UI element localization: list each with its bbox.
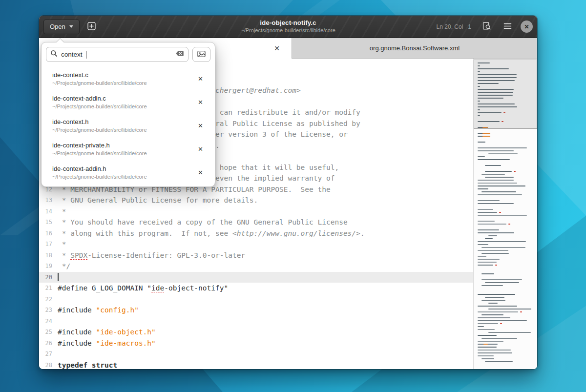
minimap-line xyxy=(478,352,512,353)
recent-file-item[interactable]: ide-context.c~/Projects/gnome-builder/sr… xyxy=(46,67,210,90)
minimap-line xyxy=(485,238,493,239)
minimap-line xyxy=(478,200,500,201)
minimap-line xyxy=(478,209,493,210)
popover-search-row: context xyxy=(46,47,210,62)
editor-caret xyxy=(58,273,59,281)
minimap-line xyxy=(500,323,502,324)
line-number: 19 xyxy=(39,263,58,269)
minimap-line xyxy=(478,194,522,195)
remove-recent-icon[interactable]: ✕ xyxy=(194,97,207,107)
minimap-line xyxy=(481,338,517,339)
minimap-line xyxy=(481,300,505,301)
minimap-line xyxy=(478,350,511,351)
code-text: * You should have received a copy of the… xyxy=(58,218,348,226)
minimap-line xyxy=(478,224,506,225)
minimap-line xyxy=(485,165,501,166)
minimap-line xyxy=(478,320,527,321)
minimap-line xyxy=(478,180,514,181)
open-results-list: ide-context.c~/Projects/gnome-builder/sr… xyxy=(46,67,210,184)
recent-file-path: ~/Projects/gnome-builder/src/libide/core xyxy=(52,127,194,133)
code-line: 13 * GNU General Public License for more… xyxy=(39,195,473,206)
code-line: 23#include "config.h" xyxy=(39,305,473,316)
search-button[interactable] xyxy=(479,20,494,34)
line-number: 17 xyxy=(39,241,58,248)
window-title: ide-object-notify.c xyxy=(241,19,335,27)
recent-file-title: ide-context-private.h xyxy=(52,142,194,149)
line-number: 24 xyxy=(39,318,58,325)
recent-file-item[interactable]: ide-context-addin.c~/Projects/gnome-buil… xyxy=(46,90,210,114)
desktop-background: Open ide-object-notify.c ~/Projects/gnom… xyxy=(0,0,586,392)
recent-file-title: ide-context-addin.h xyxy=(52,165,194,172)
code-line: 26#include "ide-macros.h" xyxy=(39,338,473,349)
gnome-builder-window: Open ide-object-notify.c ~/Projects/gnom… xyxy=(39,16,537,369)
recent-file-item[interactable]: ide-context.h~/Projects/gnome-builder/sr… xyxy=(46,114,210,137)
code-line: 21#define G_LOG_DOMAIN "ide-object-notif… xyxy=(39,283,473,294)
code-text xyxy=(58,273,59,281)
code-text: #include "config.h" xyxy=(58,306,139,314)
minimap-line xyxy=(478,156,485,157)
recent-file-item[interactable]: ide-context-private.h~/Projects/gnome-bu… xyxy=(46,137,210,161)
recent-file-title: ide-context.c xyxy=(52,71,194,79)
minimap-line xyxy=(488,303,498,304)
remove-recent-icon[interactable]: ✕ xyxy=(194,144,207,154)
headerbar-right: Ln 20, Col 1 ✕ xyxy=(437,20,533,34)
minimap-line xyxy=(478,311,518,312)
minimap-line xyxy=(481,253,509,254)
remove-recent-icon[interactable]: ✕ xyxy=(194,121,207,131)
minimap-line xyxy=(478,159,510,160)
recent-file-text: ide-context-addin.h~/Projects/gnome-buil… xyxy=(52,165,194,180)
minimap-line xyxy=(495,265,497,266)
code-text: #include "ide-macros.h" xyxy=(58,339,156,347)
recent-file-path: ~/Projects/gnome-builder/src/libide/core xyxy=(52,80,194,86)
minimap-line xyxy=(481,279,522,280)
tab-close-icon[interactable]: ✕ xyxy=(272,43,282,53)
recent-file-text: ide-context.c~/Projects/gnome-builder/sr… xyxy=(52,71,194,86)
line-number: 25 xyxy=(39,329,58,335)
code-line: 20 xyxy=(39,272,473,283)
minimap-line xyxy=(478,186,525,186)
tab-inactive-bonsai-software[interactable]: org.gnome.Bonsai.Software.xml xyxy=(292,38,537,59)
minimap-viewport[interactable] xyxy=(474,60,537,129)
code-text: #include "ide-object.h" xyxy=(58,328,156,336)
minimap-line xyxy=(508,224,510,225)
search-input-value: context xyxy=(61,51,83,58)
minimap-line xyxy=(488,235,497,236)
minimap-line xyxy=(478,326,484,327)
minimap-line xyxy=(481,273,494,274)
minimap-line xyxy=(478,232,514,233)
code-line: 25#include "ide-object.h" xyxy=(39,327,473,338)
open-button[interactable]: Open xyxy=(43,20,80,34)
remove-recent-icon[interactable]: ✕ xyxy=(194,167,207,178)
remove-recent-icon[interactable]: ✕ xyxy=(194,74,207,84)
recent-file-item[interactable]: ide-context-addin.h~/Projects/gnome-buil… xyxy=(46,161,210,184)
search-input[interactable]: context xyxy=(46,47,188,62)
open-file-chooser-button[interactable] xyxy=(192,47,210,62)
code-text: * GNU General Public License for more de… xyxy=(58,196,258,204)
window-close-button[interactable]: ✕ xyxy=(521,21,533,33)
code-line: 27 xyxy=(39,349,473,360)
minimap-line xyxy=(478,183,517,184)
minimap-line xyxy=(478,355,494,356)
window-title-box: ide-object-notify.c ~/Projects/gnome-bui… xyxy=(241,19,335,35)
tab-label: org.gnome.Bonsai.Software.xml xyxy=(370,44,460,52)
line-number: 13 xyxy=(39,197,58,204)
line-number: 27 xyxy=(39,351,58,357)
minimap-line xyxy=(514,171,516,172)
minimap-line xyxy=(478,256,486,257)
minimap[interactable] xyxy=(473,59,537,369)
code-line: 18 * SPDX-License-Identifier: GPL-3.0-or… xyxy=(39,250,473,261)
minimap-line xyxy=(481,285,503,286)
new-tab-button[interactable] xyxy=(84,20,100,34)
minimap-line xyxy=(478,262,497,263)
minimap-line xyxy=(482,133,490,134)
line-number: 20 xyxy=(39,274,58,281)
minimap-line xyxy=(478,241,526,242)
code-line: 17 * xyxy=(39,239,473,250)
menu-button[interactable] xyxy=(500,20,515,34)
recent-file-path: ~/Projects/gnome-builder/src/libide/core xyxy=(52,150,194,156)
new-tab-icon xyxy=(87,22,96,32)
code-text: typedef struct xyxy=(58,361,117,369)
code-line: 22 xyxy=(39,294,473,305)
clear-search-icon[interactable] xyxy=(175,50,184,59)
code-text: * SPDX-License-Identifier: GPL-3.0-or-la… xyxy=(58,251,245,259)
